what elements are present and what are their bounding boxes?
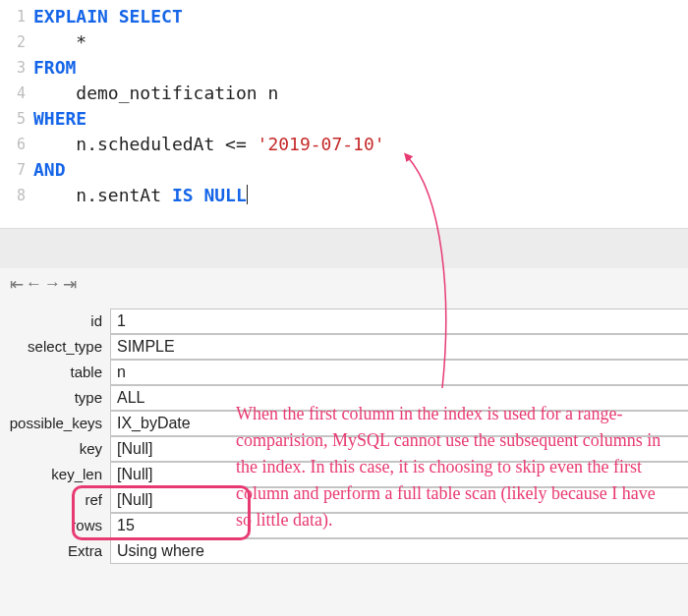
result-field-label: rows: [0, 513, 110, 538]
line-number: 5: [0, 106, 26, 132]
panel-divider: [0, 229, 688, 268]
explain-result-grid: id1select_typeSIMPLEtablentypeALLpossibl…: [0, 308, 688, 564]
result-field-label: key_len: [0, 462, 110, 487]
first-record-icon[interactable]: ⇤: [10, 274, 24, 295]
line-number: 3: [0, 55, 26, 81]
result-field-label: id: [0, 308, 110, 334]
sql-code-area[interactable]: EXPLAIN SELECT *FROM demo_notification n…: [33, 4, 688, 208]
text-cursor: [247, 185, 248, 204]
result-field-label: ref: [0, 487, 110, 513]
line-number: 4: [0, 81, 26, 106]
sql-editor: 12345678 EXPLAIN SELECT *FROM demo_notif…: [0, 0, 688, 229]
result-field-label: Extra: [0, 538, 110, 564]
result-navigation: ⇤ ← → ⇥: [0, 268, 688, 308]
result-row: ExtraUsing where: [0, 538, 688, 564]
result-field-value[interactable]: [Null]: [110, 487, 688, 513]
result-field-label: key: [0, 436, 110, 462]
result-row: id1: [0, 308, 688, 334]
result-field-value[interactable]: SIMPLE: [110, 334, 688, 360]
result-field-value[interactable]: Using where: [110, 538, 688, 564]
line-number: 2: [0, 29, 26, 55]
next-record-icon[interactable]: →: [44, 274, 61, 295]
result-row: key[Null]: [0, 436, 688, 462]
result-field-value[interactable]: IX_byDate: [110, 411, 688, 436]
result-field-value[interactable]: 1: [110, 308, 688, 334]
result-field-label: table: [0, 360, 110, 385]
result-row: rows15: [0, 513, 688, 538]
result-field-value[interactable]: [Null]: [110, 436, 688, 462]
result-row: typeALL: [0, 385, 688, 411]
line-number: 6: [0, 132, 26, 157]
result-field-label: type: [0, 385, 110, 411]
code-line: n.scheduledAt <= '2019-07-10': [33, 132, 688, 157]
code-line: FROM: [33, 55, 688, 81]
last-record-icon[interactable]: ⇥: [63, 274, 77, 295]
result-field-value[interactable]: n: [110, 360, 688, 385]
line-number-gutter: 12345678: [0, 4, 33, 208]
code-line: AND: [33, 157, 688, 183]
result-field-value[interactable]: ALL: [110, 385, 688, 411]
code-line: n.sentAt IS NULL: [33, 183, 688, 208]
result-row: select_typeSIMPLE: [0, 334, 688, 360]
result-field-label: select_type: [0, 334, 110, 360]
result-row: ref[Null]: [0, 487, 688, 513]
result-field-value[interactable]: [Null]: [110, 462, 688, 487]
code-line: EXPLAIN SELECT: [33, 4, 688, 29]
result-field-value[interactable]: 15: [110, 513, 688, 538]
result-field-label: possible_keys: [0, 411, 110, 436]
line-number: 8: [0, 183, 26, 208]
line-number: 1: [0, 4, 26, 29]
result-row: tablen: [0, 360, 688, 385]
code-line: WHERE: [33, 106, 688, 132]
prev-record-icon[interactable]: ←: [26, 274, 42, 295]
line-number: 7: [0, 157, 26, 183]
code-line: demo_notification n: [33, 81, 688, 106]
code-line: *: [33, 29, 688, 55]
result-row: key_len[Null]: [0, 462, 688, 487]
result-row: possible_keysIX_byDate: [0, 411, 688, 436]
